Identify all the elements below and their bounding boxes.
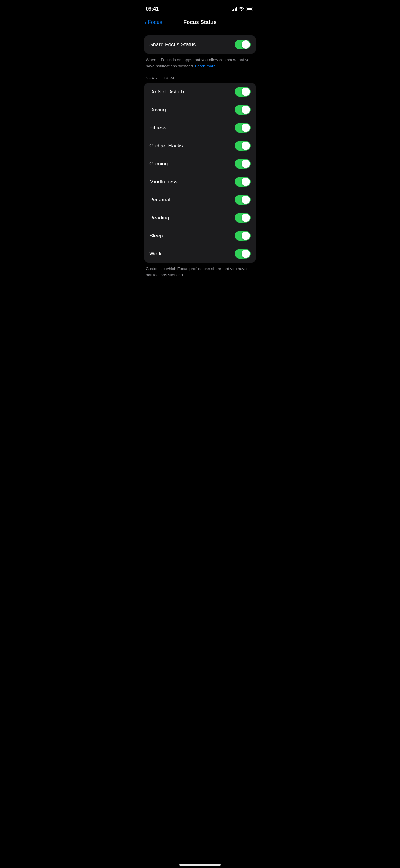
wifi-icon <box>239 7 244 11</box>
status-icons <box>232 7 255 11</box>
nav-bar: ‹ Focus Focus Status <box>139 17 261 30</box>
focus-item-toggle-work[interactable] <box>235 249 251 258</box>
focus-item: Driving <box>144 101 256 119</box>
battery-icon <box>245 7 254 11</box>
focus-item-label: Gadget Hacks <box>149 143 183 149</box>
signal-icon <box>232 7 237 11</box>
focus-item-label: Driving <box>149 107 166 113</box>
focus-item-toggle-driving[interactable] <box>235 105 251 115</box>
learn-more-link[interactable]: Learn more... <box>195 64 219 68</box>
focus-item-toggle-fitness[interactable] <box>235 123 251 132</box>
share-focus-status-row: Share Focus Status <box>144 35 256 54</box>
focus-item-toggle-personal[interactable] <box>235 195 251 205</box>
status-bar: 09:41 <box>139 0 261 17</box>
back-label: Focus <box>148 19 162 26</box>
focus-item-toggle-gadget-hacks[interactable] <box>235 141 251 151</box>
focus-item-toggle-sleep[interactable] <box>235 231 251 241</box>
focus-item: Fitness <box>144 119 256 137</box>
focus-item-toggle-gaming[interactable] <box>235 159 251 168</box>
focus-item-label: Mindfulness <box>149 179 178 185</box>
focus-item-label: Do Not Disturb <box>149 89 184 95</box>
share-focus-status-toggle[interactable] <box>235 40 251 49</box>
share-focus-description: When a Focus is on, apps that you allow … <box>144 57 256 69</box>
focus-item-label: Reading <box>149 215 169 221</box>
back-button[interactable]: ‹ Focus <box>144 19 162 26</box>
footer-text: Customize which Focus profiles can share… <box>144 266 256 278</box>
back-chevron-icon: ‹ <box>144 19 147 26</box>
focus-item: Gaming <box>144 155 256 173</box>
share-from-header: SHARE FROM <box>144 76 256 81</box>
focus-item: Mindfulness <box>144 173 256 191</box>
focus-item-label: Work <box>149 251 162 257</box>
focus-item: Do Not Disturb <box>144 83 256 101</box>
share-focus-status-label: Share Focus Status <box>149 41 196 48</box>
focus-item-label: Sleep <box>149 233 163 239</box>
status-time: 09:41 <box>146 6 159 12</box>
focus-item-label: Gaming <box>149 161 168 167</box>
page-title: Focus Status <box>184 19 217 26</box>
focus-item-label: Personal <box>149 197 170 203</box>
focus-item-toggle-reading[interactable] <box>235 213 251 223</box>
focus-item: Work <box>144 245 256 262</box>
focus-list: Do Not DisturbDrivingFitnessGadget Hacks… <box>144 83 256 262</box>
focus-item-toggle-mindfulness[interactable] <box>235 177 251 187</box>
main-content: Share Focus Status When a Focus is on, a… <box>139 30 261 298</box>
focus-item: Reading <box>144 209 256 227</box>
focus-item: Personal <box>144 191 256 209</box>
focus-item: Gadget Hacks <box>144 137 256 155</box>
focus-item: Sleep <box>144 227 256 245</box>
focus-item-toggle-do-not-disturb[interactable] <box>235 87 251 97</box>
focus-item-label: Fitness <box>149 125 167 131</box>
